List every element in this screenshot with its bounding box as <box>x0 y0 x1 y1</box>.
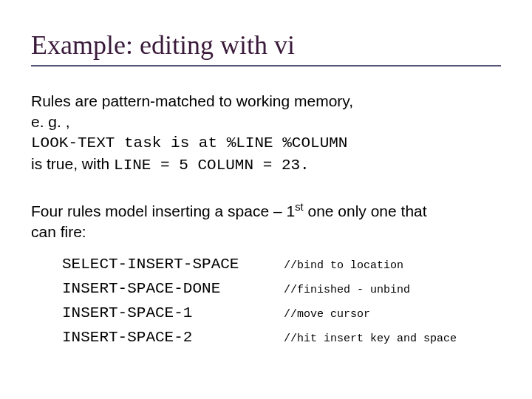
rule-comment: //move cursor <box>284 308 370 321</box>
spacer <box>31 177 501 202</box>
text-line-4: is true, with LINE = 5 COLUMN = 23. <box>31 154 501 175</box>
table-row: INSERT-SPACE-DONE //finished - unbind <box>62 280 501 297</box>
rule-comment: //finished - unbind <box>284 284 410 296</box>
table-row: INSERT-SPACE-2 //hit insert key and spac… <box>62 329 501 346</box>
text-line-5-sup: st <box>295 201 303 213</box>
text-line-2: e. g. , <box>31 112 501 132</box>
rules-table: SELECT-INSERT-SPACE //bind to location I… <box>62 256 501 346</box>
rule-comment: //bind to location <box>284 259 403 272</box>
rule-name: SELECT-INSERT-SPACE <box>62 256 284 273</box>
slide-body: Rules are pattern-matched to working mem… <box>31 92 501 242</box>
text-line-4-mono: LINE = 5 COLUMN = 23. <box>114 157 310 174</box>
text-line-4-pre: is true, with <box>31 155 114 172</box>
title-divider <box>31 65 501 66</box>
text-line-1: Rules are pattern-matched to working mem… <box>31 92 501 111</box>
page-title: Example: editing with vi <box>31 30 501 61</box>
rule-name: INSERT-SPACE-DONE <box>62 280 284 297</box>
rule-comment: //hit insert key and space <box>284 332 457 345</box>
text-line-6: can fire: <box>31 222 501 242</box>
text-line-5-post: one only one that <box>304 202 427 219</box>
text-line-5: Four rules model inserting a space – 1st… <box>31 202 501 221</box>
rule-name: INSERT-SPACE-2 <box>62 329 284 346</box>
slide: Example: editing with vi Rules are patte… <box>0 0 532 399</box>
table-row: SELECT-INSERT-SPACE //bind to location <box>62 256 501 273</box>
text-line-5-pre: Four rules model inserting a space – 1 <box>31 202 295 219</box>
text-line-3: LOOK-TEXT task is at %LINE %COLUMN <box>31 134 501 153</box>
table-row: INSERT-SPACE-1 //move cursor <box>62 304 501 321</box>
rule-name: INSERT-SPACE-1 <box>62 304 284 321</box>
